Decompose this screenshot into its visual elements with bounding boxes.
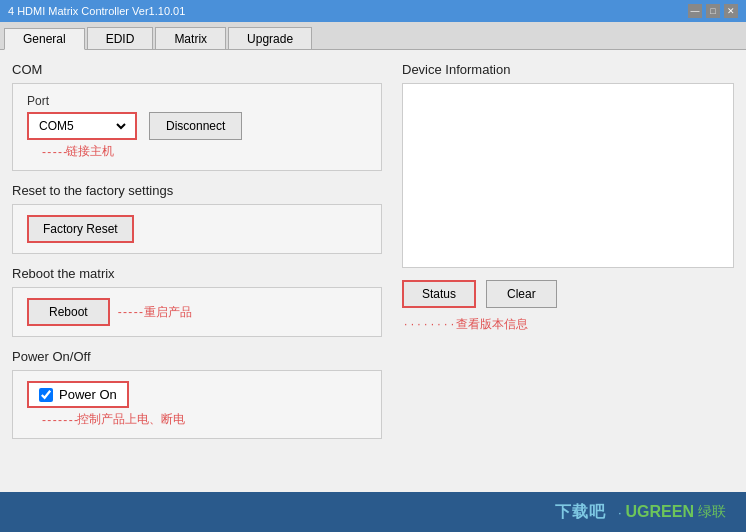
- factory-section: Reset to the factory settings Factory Re…: [12, 183, 382, 254]
- tab-upgrade[interactable]: Upgrade: [228, 27, 312, 49]
- com-annotation-text: 链接主机: [66, 143, 114, 160]
- reboot-button[interactable]: Reboot: [27, 298, 110, 326]
- brand-chinese: 绿联: [698, 503, 726, 521]
- reboot-title: Reboot the matrix: [12, 266, 382, 281]
- tab-matrix[interactable]: Matrix: [155, 27, 226, 49]
- power-box: Power On - - - - - - - 控制产品上电、断电: [12, 370, 382, 439]
- minimize-button[interactable]: —: [688, 4, 702, 18]
- status-clear-row: Status Clear: [402, 280, 734, 308]
- port-label: Port: [27, 94, 367, 108]
- power-annotation-text: 控制产品上电、断电: [77, 411, 185, 428]
- device-info-box: [402, 83, 734, 268]
- com-annotation: - - - - - 链接主机: [27, 143, 367, 160]
- main-content: COM Port COM5 COM1 COM2 COM3 COM4 Discon…: [0, 50, 746, 492]
- tab-edid[interactable]: EDID: [87, 27, 154, 49]
- factory-box: Factory Reset: [12, 204, 382, 254]
- com-port-select-wrapper[interactable]: COM5 COM1 COM2 COM3 COM4: [27, 112, 137, 140]
- power-annotation: - - - - - - - 控制产品上电、断电: [27, 411, 367, 428]
- com-box: Port COM5 COM1 COM2 COM3 COM4 Disconnect: [12, 83, 382, 171]
- window-controls: — □ ✕: [688, 4, 738, 18]
- close-button[interactable]: ✕: [724, 4, 738, 18]
- bottom-bar: 下载吧 · UGREEN 绿联: [0, 492, 746, 532]
- app-title: 4 HDMI Matrix Controller Ver1.10.01: [8, 5, 185, 17]
- reboot-annotation-text: 重启产品: [144, 304, 192, 321]
- reboot-section: Reboot the matrix Reboot - - - - - 重启产品: [12, 266, 382, 337]
- left-panel: COM Port COM5 COM1 COM2 COM3 COM4 Discon…: [12, 62, 392, 480]
- brand-main: UGREEN: [626, 503, 694, 521]
- com-controls: COM5 COM1 COM2 COM3 COM4 Disconnect: [27, 112, 367, 140]
- clear-button[interactable]: Clear: [486, 280, 557, 308]
- factory-reset-button[interactable]: Factory Reset: [27, 215, 134, 243]
- com-port-select[interactable]: COM5 COM1 COM2 COM3 COM4: [35, 118, 129, 134]
- power-title: Power On/Off: [12, 349, 382, 364]
- device-info-label: Device Information: [402, 62, 734, 77]
- com-title: COM: [12, 62, 382, 77]
- status-annotation-text: 查看版本信息: [456, 316, 528, 333]
- tab-general[interactable]: General: [4, 28, 85, 50]
- reboot-box: Reboot - - - - - 重启产品: [12, 287, 382, 337]
- brand-download: 下载吧: [555, 502, 606, 523]
- com-section: COM Port COM5 COM1 COM2 COM3 COM4 Discon…: [12, 62, 382, 171]
- maximize-button[interactable]: □: [706, 4, 720, 18]
- power-on-label[interactable]: Power On: [27, 381, 129, 408]
- tab-bar: General EDID Matrix Upgrade: [0, 22, 746, 50]
- factory-title: Reset to the factory settings: [12, 183, 382, 198]
- disconnect-button[interactable]: Disconnect: [149, 112, 242, 140]
- right-panel: Device Information Status Clear · · · · …: [392, 62, 734, 480]
- power-on-text: Power On: [59, 387, 117, 402]
- status-button[interactable]: Status: [402, 280, 476, 308]
- title-bar: 4 HDMI Matrix Controller Ver1.10.01 — □ …: [0, 0, 746, 22]
- power-on-checkbox[interactable]: [39, 388, 53, 402]
- power-section: Power On/Off Power On - - - - - - - 控制产品…: [12, 349, 382, 439]
